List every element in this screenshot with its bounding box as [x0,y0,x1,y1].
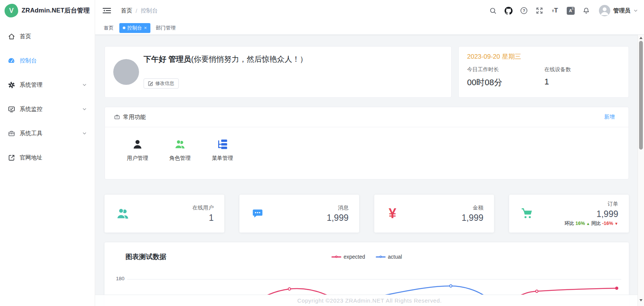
sidebar-item-label: 官网地址 [20,154,87,161]
scroll-up-arrow-icon[interactable] [639,37,642,39]
monitor-icon [8,105,15,113]
username: 管理员 [613,7,630,14]
quick-functions-list: 用户管理 角色管理 菜单管理 [105,127,628,162]
welcome-card: 下午好 管理员(你要悄悄努力，然后惊艳众人！） 修改信息 [105,46,452,98]
breadcrumb-current: 控制台 [141,7,158,14]
quick-functions-header: 常用功能 新增 [105,107,628,127]
sidebar-item-home[interactable]: 首页 [0,24,95,48]
sidebar-item-system-monitor[interactable]: 系统监控 [0,97,95,121]
home-icon [8,33,15,40]
main-area: 首页 / 控制台 ? тT A文 [95,0,644,306]
app-title: ZRAdmin.NET后台管理 [22,6,90,15]
chevron-down-icon [82,106,87,112]
sidebar-item-label: 首页 [20,33,87,40]
today-date: 2023-09-20 星期三 [467,52,521,61]
tab-department[interactable]: 部门管理 [156,25,176,31]
sidebar-item-system-tools[interactable]: 系统工具 [0,121,95,145]
edit-info-button[interactable]: 修改信息 [144,78,179,89]
sidebar-item-label: 系统管理 [20,81,77,89]
active-dot-icon [123,27,125,29]
legend-expected-marker-icon [331,256,341,258]
external-link-icon [8,154,15,161]
money-icon: ¥ [385,207,400,220]
user-profile-avatar[interactable] [113,59,139,85]
app-window: V ZRAdmin.NET后台管理 首页 控制台 系统管理 [0,0,644,306]
scroll-down-arrow-icon[interactable] [639,299,642,301]
sidebar-item-label: 系统监控 [20,106,77,113]
tags-view-bar: 首页 控制台 × 部门管理 [95,21,644,35]
toolbox-icon [8,130,15,137]
github-icon[interactable] [504,6,513,15]
page-content: 下午好 管理员(你要悄悄努力，然后惊艳众人！） 修改信息 2023-09-20 … [95,35,644,306]
caret-down-icon [633,8,638,13]
edit-icon [148,81,153,86]
breadcrumb-home[interactable]: 首页 [121,7,132,14]
search-icon[interactable] [489,6,497,15]
sidebar-item-label: 控制台 [20,57,87,64]
chevron-down-icon [82,82,87,87]
today-card: 2023-09-20 星期三 今日工作时长 00时08分 在线设备数 1 [458,46,629,98]
navbar-actions: ? тT A文 管理员 [489,5,638,16]
bell-icon[interactable] [582,6,590,15]
tab-dashboard[interactable]: 控制台 × [119,23,150,33]
work-duration: 今日工作时长 00时08分 [467,66,502,88]
quick-item-menus[interactable]: 菜单管理 [201,137,244,162]
quick-functions-card: 常用功能 新增 用户管理 角色管理 [105,107,629,180]
translate-icon[interactable]: A文 [566,6,575,15]
quick-item-roles[interactable]: 角色管理 [159,137,201,162]
toolbox-icon [114,114,120,120]
message-icon [250,208,265,220]
logo-icon: V [5,4,18,17]
font-size-icon[interactable]: тT [551,6,559,15]
roles-icon [174,137,186,150]
greeting-text: 下午好 管理员(你要悄悄努力，然后惊艳众人！） [144,54,307,64]
stats-row: 在线用户 1 消息 1,999 ¥ 金额 [105,195,629,233]
chart-plot [105,279,629,295]
legend-actual-marker-icon [376,256,386,258]
tab-home[interactable]: 首页 [104,25,114,31]
breadcrumb: 首页 / 控制台 [121,7,158,14]
sidebar-item-dashboard[interactable]: 控制台 [0,48,95,73]
sidebar-menu: 首页 控制台 系统管理 系统监 [0,21,95,170]
cart-icon [520,207,535,220]
quick-functions-title: 常用功能 [114,114,146,121]
trend-down-icon: ▼ [614,222,618,226]
stat-card-amount: ¥ 金额 1,999 [374,195,494,233]
sidebar-item-system-management[interactable]: 系统管理 [0,73,95,97]
top-navbar: 首页 / 控制台 ? тT A文 [95,0,644,21]
sidebar-item-official-site[interactable]: 官网地址 [0,145,95,170]
vertical-scrollbar[interactable] [638,35,644,306]
app-logo[interactable]: V ZRAdmin.NET后台管理 [0,0,95,21]
sidebar-item-label: 系统工具 [20,130,77,137]
logo-letter: V [9,7,14,15]
breadcrumb-separator: / [136,8,137,14]
svg-text:?: ? [523,8,525,13]
fullscreen-icon[interactable] [535,6,544,15]
sidebar-collapse-icon[interactable] [103,7,111,14]
scrollbar-thumb[interactable] [639,41,643,150]
chevron-down-icon [82,131,87,136]
orders-trend: 环比 16% ▲ 同比 -16% ▼ [565,220,618,227]
dashboard-icon [8,57,15,64]
online-devices: 在线设备数 1 [544,66,571,87]
footer-copyright: Copyright ©2023 ZRAdmin.NET All Rights R… [95,295,644,306]
add-quick-function-link[interactable]: 新增 [604,114,615,120]
trend-up-icon: ▲ [586,222,590,226]
legend-actual[interactable]: actual [376,254,402,260]
chart-legend: expected actual [331,254,402,260]
tab-close-icon[interactable]: × [144,25,147,30]
stat-card-online-users: 在线用户 1 [105,195,224,233]
stat-card-messages: 消息 1,999 [239,195,359,233]
sidebar: V ZRAdmin.NET后台管理 首页 控制台 系统管理 [0,0,95,306]
online-users-icon [115,207,130,220]
quick-item-users[interactable]: 用户管理 [116,137,159,162]
user-icon [132,137,143,150]
legend-expected[interactable]: expected [331,254,365,260]
chart-title: 图表测试数据 [125,252,166,261]
stat-card-orders: 订单 1,999 环比 16% ▲ 同比 -16% ▼ [509,195,629,233]
gear-icon [8,81,15,89]
menu-tree-icon [217,137,228,150]
avatar [599,5,610,16]
user-menu[interactable]: 管理员 [599,5,638,16]
help-icon[interactable]: ? [520,6,528,15]
